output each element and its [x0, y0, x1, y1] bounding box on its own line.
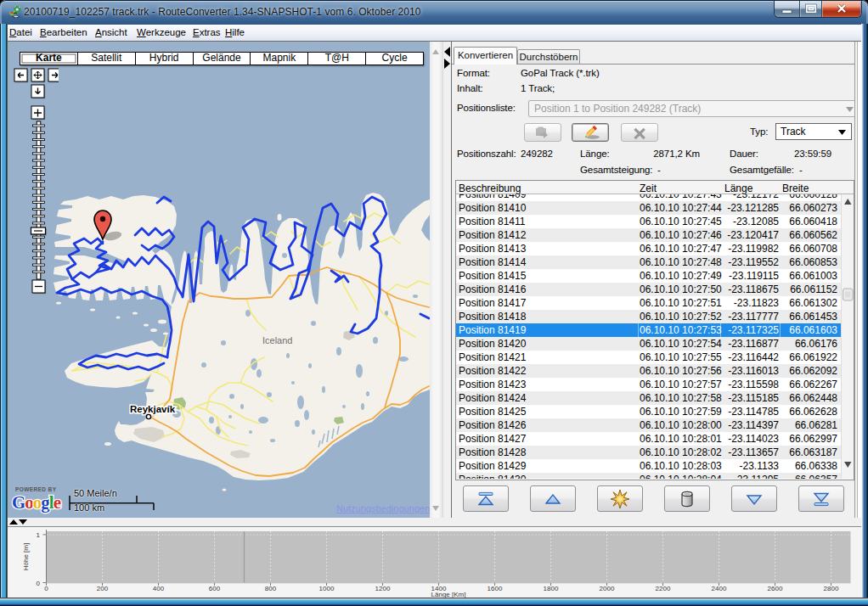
svg-text:2600: 2600 — [768, 585, 783, 592]
svg-text:1600: 1600 — [488, 585, 503, 592]
svg-text:2000: 2000 — [600, 585, 615, 592]
svg-text:2200: 2200 — [656, 585, 671, 592]
svg-text:Höhe [m]: Höhe [m] — [22, 543, 30, 570]
svg-text:200: 200 — [97, 585, 109, 592]
svg-text:Google: Google — [12, 492, 61, 513]
svg-text:800: 800 — [265, 585, 277, 592]
svg-text:1: 1 — [37, 531, 41, 539]
svg-text:Iceland: Iceland — [262, 335, 292, 345]
svg-text:600: 600 — [209, 585, 221, 592]
svg-text:0: 0 — [37, 580, 41, 587]
svg-text:1800: 1800 — [544, 585, 559, 592]
svg-text:0: 0 — [44, 585, 48, 592]
svg-text:1200: 1200 — [375, 585, 391, 592]
svg-text:2400: 2400 — [712, 585, 727, 592]
svg-text:400: 400 — [153, 585, 165, 592]
svg-text:1000: 1000 — [319, 585, 335, 592]
svg-text:2800: 2800 — [824, 585, 839, 592]
svg-text:Reykjavík: Reykjavík — [130, 404, 176, 414]
svg-text:Länge [Km]: Länge [Km] — [431, 591, 466, 598]
